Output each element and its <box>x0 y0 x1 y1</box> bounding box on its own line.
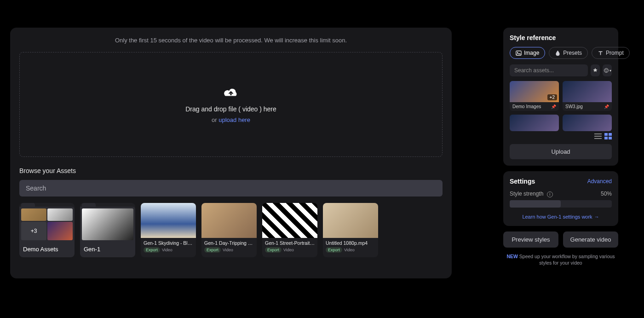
chevron-down-icon: ▾ <box>610 69 611 73</box>
folder-more-count: +3 <box>21 222 46 241</box>
slider-fill <box>510 200 561 208</box>
export-badge: Export <box>204 247 221 253</box>
style-ref-card[interactable] <box>563 115 612 131</box>
ref-label: SW3.jpg <box>565 104 583 109</box>
side-panel: Style reference Image Presets Prompt ▾ <box>503 28 618 266</box>
video-thumb <box>262 203 317 238</box>
style-reference-title: Style reference <box>510 34 612 41</box>
style-ref-card[interactable] <box>510 115 559 131</box>
video-title: Untitled 1080p.mp4 <box>326 240 375 246</box>
type-badge: Video <box>162 248 172 252</box>
grid-view-icon[interactable] <box>604 133 612 139</box>
video-thumb <box>201 203 257 238</box>
folder-card[interactable]: Gen-1 <box>80 203 135 257</box>
strength-value: 50% <box>601 191 612 197</box>
folder-thumb <box>47 208 73 221</box>
droplet-icon <box>555 50 561 56</box>
text-icon <box>598 50 604 56</box>
video-dropzone[interactable]: Drag and drop file ( video ) here or upl… <box>19 52 443 157</box>
video-thumb <box>323 203 378 238</box>
svg-point-3 <box>605 69 605 70</box>
info-icon[interactable]: i <box>547 191 553 197</box>
pin-button[interactable] <box>591 64 600 76</box>
style-tabs: Image Presets Prompt <box>510 47 612 59</box>
video-thumb <box>141 203 196 238</box>
filter-button[interactable]: ▾ <box>603 64 612 76</box>
svg-rect-11 <box>609 137 612 139</box>
svg-rect-6 <box>594 136 602 137</box>
image-icon <box>516 50 522 56</box>
svg-point-1 <box>517 52 518 52</box>
learn-settings-link[interactable]: Learn how Gen-1 settings work → <box>510 214 612 220</box>
style-ref-card[interactable]: SW3.jpg 📌 <box>563 81 612 111</box>
view-toggle <box>510 133 612 139</box>
video-title: Gen-1 Street-Portrait - ... <box>265 240 315 246</box>
smile-icon <box>604 68 609 73</box>
preview-styles-button[interactable]: Preview styles <box>503 231 558 248</box>
new-badge: NEW <box>506 254 518 259</box>
tab-prompt[interactable]: Prompt <box>592 47 630 59</box>
svg-rect-10 <box>604 137 608 139</box>
folder-name: Gen-1 <box>80 242 135 257</box>
type-badge: Video <box>344 248 355 252</box>
type-badge: Video <box>283 248 294 252</box>
style-search-input[interactable] <box>510 64 588 76</box>
type-badge: Video <box>223 248 233 252</box>
ref-label: Demo Images <box>512 104 541 109</box>
svg-point-4 <box>606 69 607 70</box>
ref-thumb: +2 <box>510 81 559 102</box>
svg-rect-9 <box>609 133 612 136</box>
video-title: Gen-1 Skydiving - Blue ... <box>144 240 193 246</box>
style-upload-button[interactable]: Upload <box>510 144 612 159</box>
ref-thumb <box>563 115 612 131</box>
workflow-tip: NEW Speed up your workflow by sampling v… <box>503 253 618 266</box>
ref-thumb <box>563 81 612 102</box>
style-thumb-grid: +2 Demo Images 📌 SW3.jpg 📌 <box>510 81 612 131</box>
upload-link[interactable]: upload here <box>218 116 250 123</box>
main-panel: Only the first 15 seconds of the video w… <box>10 28 452 278</box>
svg-rect-7 <box>594 138 602 139</box>
svg-rect-0 <box>516 51 521 55</box>
pin-icon: 📌 <box>551 104 556 109</box>
svg-rect-8 <box>604 133 608 136</box>
folder-card[interactable]: +3 Demo Assets <box>19 203 75 257</box>
ref-thumb <box>510 115 559 131</box>
ref-more-count: +2 <box>547 94 557 100</box>
dropzone-text: Drag and drop file ( video ) here <box>185 105 276 113</box>
strength-label: Style strength <box>510 191 543 197</box>
arrow-right-icon: → <box>594 214 599 220</box>
folder-thumb <box>82 208 133 240</box>
strength-slider[interactable] <box>510 200 612 208</box>
video-card[interactable]: Untitled 1080p.mp4 Export Video <box>323 203 378 257</box>
action-row: Preview styles Generate video <box>503 231 618 248</box>
export-badge: Export <box>265 247 282 253</box>
svg-point-2 <box>604 69 608 73</box>
tab-presets[interactable]: Presets <box>549 47 588 59</box>
dropzone-subtext: or upload here <box>212 116 250 123</box>
folder-thumb <box>21 208 46 221</box>
style-reference-card: Style reference Image Presets Prompt ▾ <box>503 28 618 166</box>
video-card[interactable]: Gen-1 Street-Portrait - ... Export Video <box>262 203 317 257</box>
export-badge: Export <box>144 247 160 253</box>
processing-notice: Only the first 15 seconds of the video w… <box>19 37 443 44</box>
generate-video-button[interactable]: Generate video <box>563 231 618 248</box>
asset-search-input[interactable] <box>19 180 443 197</box>
video-title: Gen-1 Day-Tripping - W... <box>204 240 254 246</box>
svg-rect-5 <box>594 133 602 134</box>
list-view-icon[interactable] <box>594 133 602 139</box>
pin-icon <box>592 68 598 73</box>
tab-image[interactable]: Image <box>510 47 545 59</box>
folder-name: Demo Assets <box>19 242 75 257</box>
settings-title: Settings <box>510 178 535 185</box>
folder-thumb <box>47 222 73 241</box>
browse-assets-title: Browse your Assets <box>19 167 443 174</box>
settings-card: Settings Advanced Style strength i 50% L… <box>503 171 618 226</box>
advanced-link[interactable]: Advanced <box>587 178 612 185</box>
asset-row: +3 Demo Assets Gen-1 Gen-1 Skydiving - B… <box>19 203 443 257</box>
video-card[interactable]: Gen-1 Day-Tripping - W... Export Video <box>201 203 257 257</box>
video-card[interactable]: Gen-1 Skydiving - Blue ... Export Video <box>141 203 196 257</box>
pin-icon: 📌 <box>604 104 609 109</box>
cloud-upload-icon <box>223 86 239 99</box>
style-ref-card[interactable]: +2 Demo Images 📌 <box>510 81 559 111</box>
export-badge: Export <box>326 247 342 253</box>
